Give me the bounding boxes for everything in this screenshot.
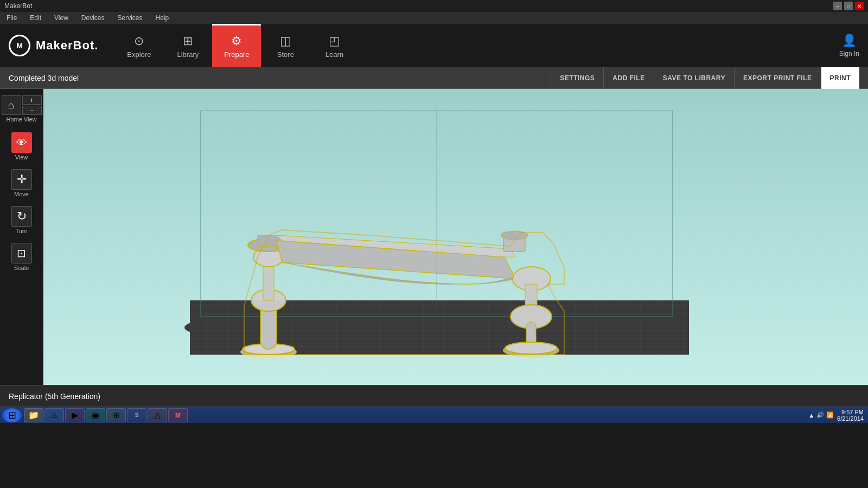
add-file-button[interactable]: ADD FILE (603, 67, 653, 89)
nav-library[interactable]: ⊞ Library (163, 24, 212, 67)
nav-learn[interactable]: ◰ Learn (310, 24, 359, 67)
taskbar-file-explorer[interactable]: 📁 (24, 408, 43, 422)
minimize-button[interactable]: − (833, 2, 842, 10)
menu-devices[interactable]: Devices (79, 13, 107, 23)
user-icon: 👤 (842, 34, 857, 48)
menu-services[interactable]: Services (116, 13, 145, 23)
scale-label: Scale (14, 265, 29, 271)
title-text: MakerBot (4, 2, 32, 10)
viewport-svg (43, 89, 868, 385)
prepare-icon: ⚙ (231, 34, 242, 48)
logo-icon: M (9, 35, 30, 56)
menu-help[interactable]: Help (154, 13, 171, 23)
save-to-library-button[interactable]: SAVE TO LIBRARY (654, 67, 734, 89)
turn-label: Turn (15, 228, 27, 234)
export-print-file-button[interactable]: EXPORT PRINT FILE (734, 67, 821, 89)
toolbar-actions: SETTINGS ADD FILE SAVE TO LIBRARY EXPORT… (551, 67, 859, 89)
signal-icon: 📶 (826, 412, 834, 419)
printer-status: Replicator (5th Generation) (9, 392, 100, 401)
svg-point-53 (505, 342, 557, 354)
nav-library-label: Library (177, 50, 199, 59)
left-sidebar: ⌂ + − Home View 👁 View ✛ Move ↻ Turn ⊡ (0, 89, 43, 385)
settings-button[interactable]: SETTINGS (551, 67, 603, 89)
scale-tool[interactable]: ⊡ Scale (8, 240, 35, 274)
taskbar-chrome[interactable]: ⊕ (106, 408, 126, 422)
turn-icon: ↻ (11, 206, 32, 227)
menu-view[interactable]: View (52, 13, 71, 23)
taskbar-apps: 📁 ♨ ▶ ◉ ⊕ S △ M (24, 408, 808, 422)
taskbar-system-tray: ▲ 🔊 📶 9:57 PM 6/21/2014 (808, 409, 866, 422)
clock-time: 9:57 PM (837, 409, 864, 415)
network-icon: ▲ (808, 412, 814, 419)
learn-icon: ◰ (329, 34, 340, 48)
nav-prepare-label: Prepare (224, 50, 249, 59)
close-button[interactable]: ✕ (855, 2, 864, 10)
main-content: ⌂ + − Home View 👁 View ✛ Move ↻ Turn ⊡ (0, 89, 868, 385)
home-view-group: ⌂ + − Home View (2, 95, 42, 123)
nav-prepare[interactable]: ⚙ Prepare (212, 24, 261, 67)
system-clock: 9:57 PM 6/21/2014 (837, 409, 864, 422)
zoom-out-button[interactable]: − (22, 106, 42, 115)
nav-store-label: Store (277, 50, 294, 59)
view-label: View (15, 154, 28, 160)
svg-rect-45 (258, 235, 279, 246)
move-tool[interactable]: ✛ Move (8, 166, 35, 201)
taskbar-game-sniper[interactable]: S (127, 408, 146, 422)
scale-icon: ⊡ (11, 243, 32, 264)
view-tool[interactable]: 👁 View (8, 129, 35, 164)
turn-tool[interactable]: ↻ Turn (8, 203, 35, 237)
sign-in-label: Sign In (839, 50, 859, 57)
taskbar-game2[interactable]: △ (148, 408, 167, 422)
move-label: Move (14, 191, 29, 197)
explore-icon: ⊙ (134, 34, 144, 48)
print-button[interactable]: PRINT (821, 67, 860, 89)
library-icon: ⊞ (183, 34, 193, 48)
zoom-in-button[interactable]: + (22, 95, 42, 105)
menu-bar: File Edit View Devices Services Help (0, 12, 868, 24)
home-view-button[interactable]: ⌂ (2, 95, 21, 115)
nav-learn-label: Learn (326, 50, 343, 59)
nav-explore-label: Explore (127, 50, 151, 59)
home-view-label: Home View (6, 116, 36, 123)
nav-bar: M MakerBot. ⊙ Explore ⊞ Library ⚙ Prepar… (0, 24, 868, 67)
logo-area: M MakerBot. (9, 35, 98, 56)
taskbar-media-player[interactable]: ▶ (65, 408, 85, 422)
title-bar: MakerBot − □ ✕ (0, 0, 868, 12)
taskbar-software1[interactable]: ◉ (86, 408, 105, 422)
window-controls: − □ ✕ (833, 2, 864, 10)
start-button[interactable]: ⊞ (2, 408, 22, 422)
sign-in-button[interactable]: 👤 Sign In (839, 34, 859, 57)
clock-date: 6/21/2014 (837, 415, 864, 422)
maximize-button[interactable]: □ (844, 2, 853, 10)
logo-text: MakerBot. (36, 38, 98, 53)
store-icon: ◫ (280, 34, 291, 48)
toolbar: Completed 3d model SETTINGS ADD FILE SAV… (0, 67, 868, 89)
nav-items: ⊙ Explore ⊞ Library ⚙ Prepare ◫ Store ◰ … (114, 24, 359, 67)
taskbar-steam[interactable]: ♨ (44, 408, 64, 422)
page-title: Completed 3d model (9, 74, 551, 82)
speaker-icon: 🔊 (816, 412, 824, 419)
nav-explore[interactable]: ⊙ Explore (114, 24, 163, 67)
app-title: MakerBot (4, 2, 32, 10)
menu-file[interactable]: File (4, 13, 19, 23)
view-icon: 👁 (11, 132, 32, 153)
taskbar: ⊞ 📁 ♨ ▶ ◉ ⊕ S △ M ▲ 🔊 📶 9:57 PM 6/21/201… (0, 407, 868, 423)
nav-store[interactable]: ◫ Store (261, 24, 310, 67)
system-tray-icons: ▲ 🔊 📶 (808, 412, 834, 419)
3d-viewport[interactable] (43, 89, 868, 385)
taskbar-makerbot[interactable]: M (168, 408, 188, 422)
bottom-bar: Replicator (5th Generation) (0, 385, 868, 407)
move-icon: ✛ (11, 169, 32, 190)
menu-edit[interactable]: Edit (28, 13, 43, 23)
